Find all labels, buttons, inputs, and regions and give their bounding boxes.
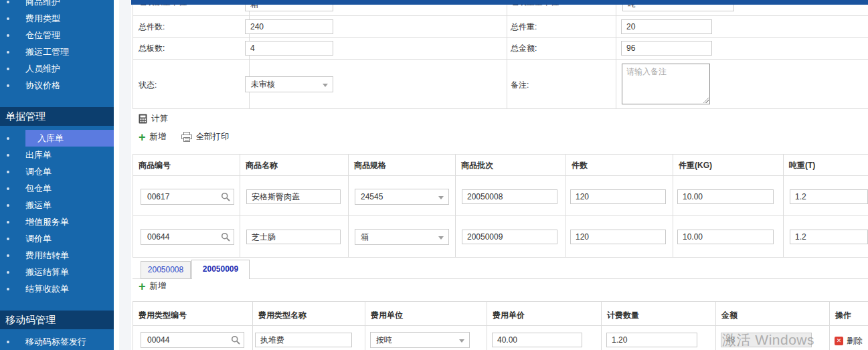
product-code-input[interactable] <box>141 189 234 205</box>
product-spec-value: 箱 <box>361 232 369 242</box>
fee-unit-select[interactable]: 按吨 <box>370 332 470 348</box>
sidebar-item-label: 协议价格 <box>25 77 114 94</box>
sidebar-item-label: 移动码管理 <box>5 311 114 329</box>
divider-line <box>133 37 868 38</box>
divider-line <box>616 5 616 108</box>
add-fee-label: 新增 <box>150 280 167 292</box>
print-all-label: 全部打印 <box>196 131 230 143</box>
product-spec-value: 24545 <box>361 192 383 201</box>
fee-qty-input[interactable] <box>606 333 697 347</box>
product-unit-weight-input[interactable] <box>677 189 774 204</box>
magnifier-icon[interactable] <box>221 192 230 201</box>
resize-grip-icon[interactable] <box>703 97 709 103</box>
sidebar-item[interactable]: 费用类型 <box>0 10 114 27</box>
sidebar-item[interactable]: 出库单 <box>0 147 114 163</box>
product-ton-weight-input[interactable] <box>790 189 868 204</box>
product-batch-input[interactable] <box>462 189 557 204</box>
sidebar-item[interactable]: 搬运工管理 <box>0 43 114 60</box>
sidebar-item-label: 调价单 <box>25 230 114 247</box>
product-table-header: 商品编号商品名称商品规格商品批次件数件重(KG)吨重(T) <box>133 155 868 175</box>
divider-line <box>133 175 868 176</box>
sidebar-item[interactable]: 结算收款单 <box>0 280 114 297</box>
bullet-icon <box>7 341 9 343</box>
bullet-icon <box>7 204 9 207</box>
sidebar-item[interactable]: 调价单 <box>0 230 114 247</box>
product-unit-weight-input[interactable] <box>677 230 774 244</box>
sidebar-item[interactable]: 移动码管理 <box>0 311 114 329</box>
panel-gap <box>119 0 131 350</box>
total-pallets-input[interactable] <box>245 41 333 56</box>
bullet-icon <box>7 84 9 87</box>
sidebar-item-label: 出库单 <box>25 147 114 163</box>
sidebar-item-label: 移动码标签发行 <box>25 333 114 350</box>
bullet-icon <box>7 187 9 190</box>
product-batch-input[interactable] <box>462 230 557 244</box>
chevron-down-icon <box>459 339 464 343</box>
product-qty-input[interactable] <box>570 189 666 204</box>
bullet-icon <box>7 271 9 274</box>
divider-line <box>133 325 868 326</box>
tab-batch-20050008[interactable]: 20050008 <box>141 261 191 279</box>
status-label: 状态: <box>139 80 157 90</box>
sidebar-item[interactable]: 仓位管理 <box>0 27 114 43</box>
sidebar-item-label: 结算收款单 <box>25 280 114 297</box>
total-amount-input[interactable] <box>621 41 712 56</box>
product-qty-input[interactable] <box>570 230 666 244</box>
tab-batch-20050009-active[interactable]: 20050009 <box>191 260 250 279</box>
add-product-button[interactable]: + 新增 <box>139 131 167 143</box>
sidebar-item-label: 搬运结算单 <box>25 264 114 280</box>
sidebar-item[interactable]: 增值服务单 <box>0 213 114 230</box>
calculate-button[interactable]: 计算 <box>139 113 168 124</box>
status-select[interactable]: 未审核 <box>245 76 333 92</box>
total-piece-weight-input[interactable] <box>621 19 712 34</box>
add-fee-button[interactable]: + 新增 <box>139 280 167 292</box>
divider-line <box>133 59 868 60</box>
delete-fee-button[interactable]: ✕ 删除 <box>835 335 863 347</box>
sidebar-item-label: 包仓单 <box>25 180 114 197</box>
sidebar-item[interactable]: 调仓单 <box>0 163 114 180</box>
sidebar-item[interactable]: 商品维护 <box>0 0 114 10</box>
printer-icon <box>181 132 192 142</box>
sidebar-item[interactable]: 人员维护 <box>0 60 114 77</box>
total-pieces-input[interactable] <box>245 19 333 34</box>
sidebar-item[interactable]: 移动码标签发行 <box>0 333 114 350</box>
add-label: 新增 <box>150 131 167 143</box>
sidebar-item[interactable]: 包仓单 <box>0 180 114 197</box>
product-spec-select[interactable]: 箱 <box>355 229 449 245</box>
product-code-search <box>141 229 234 245</box>
sidebar-item[interactable]: 入库单 <box>0 130 114 147</box>
fee-name-input[interactable] <box>255 333 352 347</box>
sidebar-item[interactable]: 费用结转单 <box>0 247 114 264</box>
column-header: 计费数量 <box>601 302 715 325</box>
delete-label: 删除 <box>847 335 863 347</box>
product-code-input[interactable] <box>141 229 234 245</box>
bullet-icon <box>7 171 9 173</box>
fee-price-input[interactable] <box>492 333 582 347</box>
column-header: 件重(KG) <box>673 155 783 175</box>
chevron-down-icon <box>438 196 444 199</box>
remark-textarea[interactable] <box>622 64 710 104</box>
column-header: 金额 <box>715 302 829 325</box>
magnifier-icon[interactable] <box>221 232 230 242</box>
product-name-input[interactable] <box>246 189 341 204</box>
chevron-down-icon <box>438 236 444 240</box>
sidebar-item[interactable]: 单据管理 <box>0 107 114 126</box>
bullet-icon <box>7 154 9 157</box>
sidebar-item-label: 商品维护 <box>25 0 114 10</box>
print-all-button[interactable]: 全部打印 <box>181 131 230 143</box>
product-code-search <box>141 189 234 205</box>
bullet-icon <box>7 254 9 257</box>
product-spec-select[interactable]: 24545 <box>355 189 449 205</box>
bullet-icon <box>7 137 9 140</box>
fee-code-search <box>141 332 244 348</box>
sidebar-item-label: 单据管理 <box>5 107 114 126</box>
divider-line <box>507 5 507 108</box>
magnifier-icon[interactable] <box>231 335 240 345</box>
total-piece-weight-label: 总件重: <box>511 22 537 32</box>
sidebar-item[interactable]: 搬运单 <box>0 197 114 213</box>
product-name-input[interactable] <box>246 230 341 244</box>
product-ton-weight-input[interactable] <box>790 230 868 244</box>
sidebar-item[interactable]: 搬运结算单 <box>0 264 114 280</box>
sidebar-item[interactable]: 协议价格 <box>0 77 114 94</box>
fee-code-input[interactable] <box>141 332 244 348</box>
